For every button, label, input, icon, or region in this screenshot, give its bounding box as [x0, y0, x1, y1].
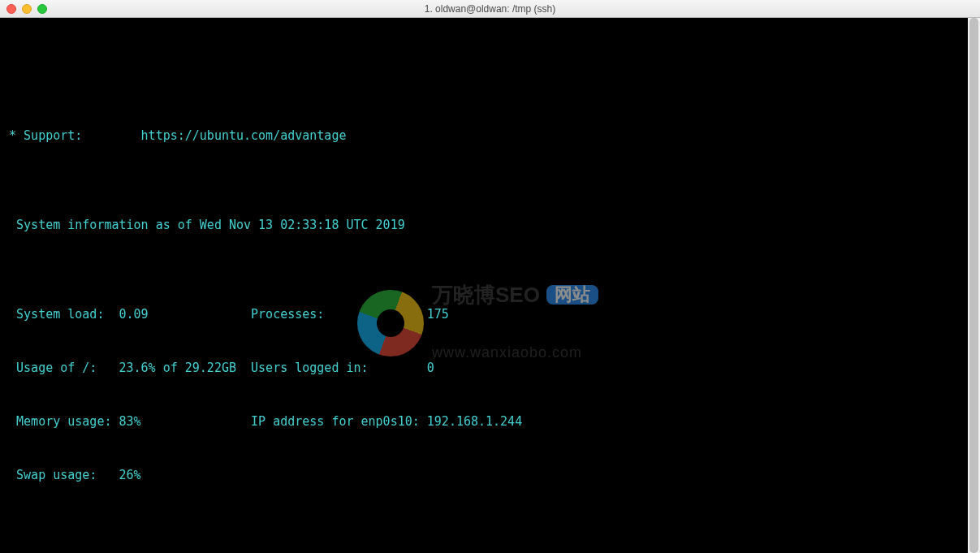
- motd-line: * Support: https://ubuntu.com/advantage: [2, 127, 978, 145]
- close-window-button[interactable]: [6, 4, 16, 14]
- maximize-window-button[interactable]: [37, 4, 47, 14]
- window-titlebar: 1. oldwan@oldwan: /tmp (ssh): [0, 0, 980, 18]
- window-title: 1. oldwan@oldwan: /tmp (ssh): [0, 3, 980, 15]
- motd-line: System information as of Wed Nov 13 02:3…: [2, 216, 978, 234]
- motd-line: Swap usage: 26%: [2, 466, 978, 484]
- motd-line: System load: 0.09 Processes: 175: [2, 305, 978, 323]
- terminal-area[interactable]: 万晓博SEO 网站 www.wanxiaobo.com * Support: h…: [0, 18, 980, 553]
- motd-line: Memory usage: 83% IP address for enp0s10…: [2, 413, 978, 430]
- motd-line: Usage of /: 23.6% of 29.22GB Users logge…: [2, 359, 978, 377]
- minimize-window-button[interactable]: [22, 4, 32, 14]
- watermark-text: 万晓博SEO: [432, 286, 540, 304]
- vertical-scrollbar[interactable]: [968, 18, 980, 553]
- traffic-lights: [6, 4, 47, 14]
- watermark-logo-icon: [357, 290, 424, 356]
- scrollbar-thumb[interactable]: [969, 18, 978, 553]
- watermark-badge: 网站: [546, 285, 598, 305]
